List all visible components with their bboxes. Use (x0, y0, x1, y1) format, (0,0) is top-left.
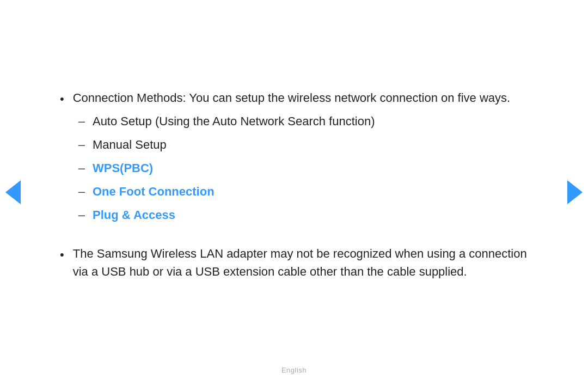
main-list: • Connection Methods: You can setup the … (60, 89, 528, 281)
bullet-text: Connection Methods: You can setup the wi… (73, 89, 528, 229)
bullet-icon: • (60, 246, 64, 264)
sub-list: – Auto Setup (Using the Auto Network Sea… (78, 112, 528, 224)
dash-icon: – (78, 159, 85, 177)
dash-icon: – (78, 112, 85, 130)
dash-icon: – (78, 182, 85, 200)
manual-setup-text: Manual Setup (93, 136, 528, 154)
list-item: – WPS(PBC) (78, 159, 528, 177)
list-item: • The Samsung Wireless LAN adapter may n… (60, 245, 528, 281)
list-item: – One Foot Connection (78, 182, 528, 200)
samsung-wireless-text: The Samsung Wireless LAN adapter may not… (73, 245, 528, 281)
list-item: • Connection Methods: You can setup the … (60, 89, 528, 229)
connection-methods-text: Connection Methods: You can setup the wi… (73, 91, 510, 105)
list-item: – Plug & Access (78, 206, 528, 224)
content-area: • Connection Methods: You can setup the … (0, 0, 588, 384)
main-content: • Connection Methods: You can setup the … (60, 72, 528, 312)
dash-icon: – (78, 136, 85, 154)
dash-icon: – (78, 206, 85, 224)
plug-access-text[interactable]: Plug & Access (93, 206, 528, 224)
list-item: – Manual Setup (78, 136, 528, 154)
auto-setup-text: Auto Setup (Using the Auto Network Searc… (93, 112, 528, 130)
list-item: – Auto Setup (Using the Auto Network Sea… (78, 112, 528, 130)
language-label: English (281, 366, 307, 374)
wps-pbc-text[interactable]: WPS(PBC) (93, 159, 528, 177)
one-foot-connection-text[interactable]: One Foot Connection (93, 182, 528, 200)
bullet-icon: • (60, 90, 64, 108)
